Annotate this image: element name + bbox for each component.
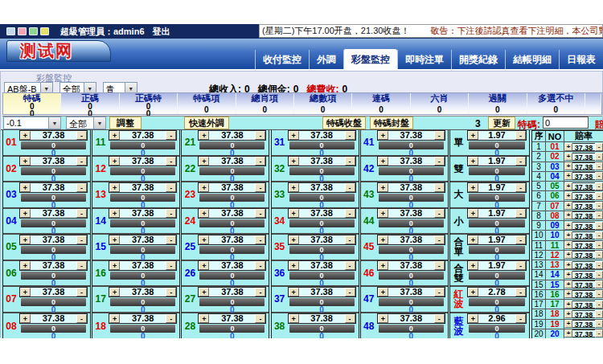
adjust-button[interactable]: 調整 (109, 117, 142, 129)
special-code-input[interactable] (543, 117, 589, 129)
increase-odds-button[interactable]: + (564, 310, 572, 318)
increase-odds-button[interactable]: + (109, 235, 120, 244)
window-button-yellow-icon[interactable] (40, 27, 49, 35)
decrease-odds-button[interactable]: - (595, 211, 603, 219)
decrease-odds-button[interactable]: - (595, 172, 603, 180)
nav-tab[interactable]: 結帳明細 (505, 50, 559, 69)
decrease-odds-button[interactable]: - (515, 235, 526, 244)
decrease-odds-button[interactable]: - (595, 231, 603, 239)
decrease-odds-button[interactable]: - (595, 301, 603, 309)
decrease-odds-button[interactable]: - (76, 209, 87, 218)
increase-odds-button[interactable]: + (378, 314, 388, 323)
decrease-odds-button[interactable]: - (255, 183, 265, 192)
decrease-odds-button[interactable]: - (434, 261, 445, 270)
nav-tab[interactable]: 收付監控 (255, 50, 309, 69)
category-cell[interactable]: 過關0 (469, 93, 527, 114)
category-cell[interactable]: 總肖項0 (236, 93, 294, 114)
nav-tab[interactable]: 開獎紀錄 (451, 50, 505, 69)
increase-odds-button[interactable]: + (564, 280, 572, 288)
decrease-odds-button[interactable]: - (76, 183, 87, 192)
decrease-odds-button[interactable]: - (345, 131, 355, 140)
decrease-odds-button[interactable]: - (255, 288, 265, 297)
decrease-odds-button[interactable]: - (515, 157, 526, 166)
increase-odds-button[interactable]: + (564, 261, 572, 269)
category-cell[interactable]: 正碼特00 (120, 93, 178, 114)
decrease-odds-button[interactable]: - (595, 162, 603, 170)
decrease-odds-button[interactable]: - (255, 261, 265, 270)
decrease-odds-button[interactable]: - (595, 310, 603, 318)
increase-odds-button[interactable]: + (20, 157, 31, 166)
decrease-odds-button[interactable]: - (345, 288, 355, 297)
increase-odds-button[interactable]: + (564, 192, 572, 200)
decrease-odds-button[interactable]: - (255, 157, 265, 166)
increase-odds-button[interactable]: + (199, 261, 209, 270)
decrease-odds-button[interactable]: - (595, 251, 603, 259)
decrease-odds-button[interactable]: - (345, 235, 355, 244)
increase-odds-button[interactable]: + (564, 241, 572, 249)
increase-odds-button[interactable]: + (289, 235, 299, 244)
increase-odds-button[interactable]: + (564, 172, 572, 180)
decrease-odds-button[interactable]: - (166, 261, 176, 270)
increase-odds-button[interactable]: + (199, 288, 209, 297)
decrease-odds-button[interactable]: - (595, 290, 603, 298)
window-button-blue-icon[interactable] (6, 27, 15, 35)
increase-odds-button[interactable]: + (289, 183, 299, 192)
increase-odds-button[interactable]: + (564, 211, 572, 219)
increase-odds-button[interactable]: + (564, 202, 572, 210)
decrease-odds-button[interactable]: - (515, 131, 526, 140)
nav-tab[interactable]: 即時注單 (397, 50, 451, 69)
increase-odds-button[interactable]: + (564, 153, 572, 161)
increase-odds-button[interactable]: + (109, 209, 120, 218)
nav-tab[interactable]: 外調 (309, 50, 343, 69)
special-seal-button[interactable]: 特碼封盤 (370, 117, 413, 129)
increase-odds-button[interactable]: + (289, 288, 299, 297)
increase-odds-button[interactable]: + (564, 162, 572, 170)
increase-odds-button[interactable]: + (289, 314, 299, 323)
category-cell[interactable]: 連碼0 (352, 93, 410, 114)
increase-odds-button[interactable]: + (564, 222, 572, 230)
decrease-odds-button[interactable]: - (434, 209, 445, 218)
increase-odds-button[interactable]: + (199, 209, 209, 218)
increase-odds-button[interactable]: + (468, 183, 478, 192)
decrease-odds-button[interactable]: - (166, 288, 176, 297)
decrease-odds-button[interactable]: - (434, 183, 445, 192)
decrease-odds-button[interactable]: - (595, 280, 603, 288)
decrease-odds-button[interactable]: - (345, 261, 355, 270)
decrease-odds-button[interactable]: - (515, 261, 526, 270)
increase-odds-button[interactable]: + (564, 251, 572, 259)
increase-odds-button[interactable]: + (199, 183, 209, 192)
increase-odds-button[interactable]: + (109, 131, 120, 140)
decrease-odds-button[interactable]: - (166, 183, 176, 192)
decrease-odds-button[interactable]: - (345, 157, 355, 166)
decrease-odds-button[interactable]: - (434, 235, 445, 244)
logout-link[interactable]: 登出 (153, 26, 170, 38)
category-cell[interactable]: 六肖0 (411, 93, 469, 114)
window-button-green-icon[interactable] (29, 27, 38, 35)
increase-odds-button[interactable]: + (289, 157, 299, 166)
increase-odds-button[interactable]: + (564, 271, 572, 279)
decrease-odds-button[interactable]: - (345, 183, 355, 192)
increase-odds-button[interactable]: + (109, 261, 120, 270)
decrease-odds-button[interactable]: - (166, 235, 176, 244)
decrease-odds-button[interactable]: - (434, 288, 445, 297)
nav-tab[interactable]: 日報表 (559, 50, 603, 69)
increase-odds-button[interactable]: + (289, 209, 299, 218)
increase-odds-button[interactable]: + (564, 329, 572, 337)
decrease-odds-button[interactable]: - (595, 320, 603, 328)
decrease-odds-button[interactable]: - (76, 235, 87, 244)
decrease-odds-button[interactable]: - (255, 314, 265, 323)
increase-odds-button[interactable]: + (199, 314, 209, 323)
decrease-odds-button[interactable]: - (595, 143, 603, 151)
increase-odds-button[interactable]: + (564, 290, 572, 298)
decrease-odds-button[interactable]: - (515, 209, 526, 218)
decrease-odds-button[interactable]: - (76, 314, 87, 323)
window-button-pink-icon[interactable] (18, 27, 27, 35)
category-cell[interactable]: 總數項0 (294, 93, 352, 114)
decrease-odds-button[interactable]: - (595, 222, 603, 230)
decrease-odds-button[interactable]: - (595, 202, 603, 210)
decrease-odds-button[interactable]: - (595, 261, 603, 269)
decrease-odds-button[interactable]: - (595, 182, 603, 190)
increase-odds-button[interactable]: + (289, 131, 299, 140)
category-cell[interactable]: 正碼00 (61, 93, 119, 114)
increase-odds-button[interactable]: + (199, 157, 209, 166)
